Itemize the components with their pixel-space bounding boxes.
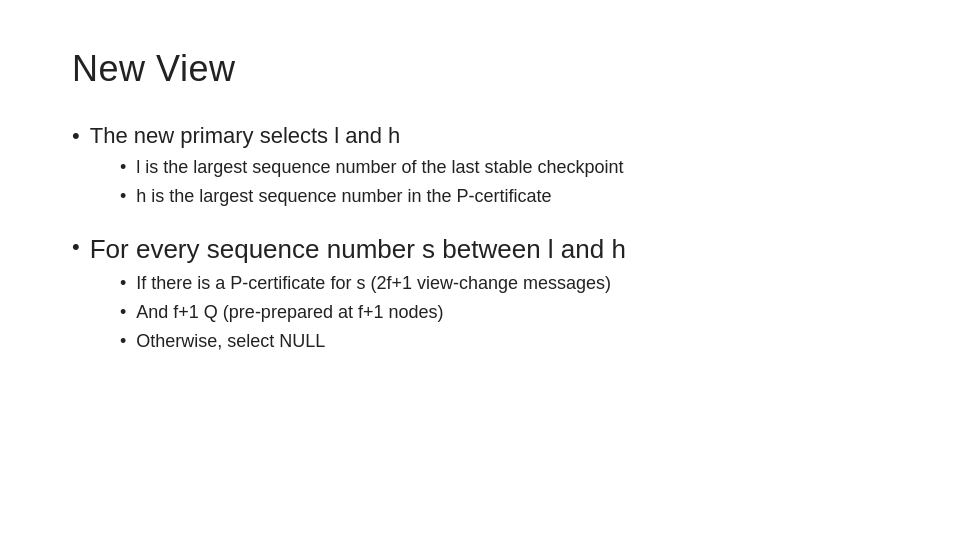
slide-title: New View bbox=[72, 48, 888, 90]
sub-bullet-1-1: • l is the largest sequence number of th… bbox=[120, 155, 888, 180]
sub-bullet-1-2: • h is the largest sequence number in th… bbox=[120, 184, 888, 209]
section-2: • For every sequence number s between l … bbox=[72, 233, 888, 360]
bullet-dot-1: • bbox=[72, 122, 80, 151]
slide-content: • The new primary selects l and h • l is… bbox=[72, 122, 888, 360]
section-1: • The new primary selects l and h • l is… bbox=[72, 122, 888, 215]
primary-bullet-2: • For every sequence number s between l … bbox=[72, 233, 888, 267]
sub-bullet-1-2-text: h is the largest sequence number in the … bbox=[136, 184, 551, 209]
sub-bullets-2: • If there is a P-certificate for s (2f+… bbox=[120, 271, 888, 355]
sub-bullet-2-1: • If there is a P-certificate for s (2f+… bbox=[120, 271, 888, 296]
sub-bullet-2-3-text: Otherwise, select NULL bbox=[136, 329, 325, 354]
bullet-dot-2: • bbox=[72, 233, 80, 262]
sub-bullet-dot-2-2: • bbox=[120, 300, 126, 325]
primary-bullet-2-text: For every sequence number s between l an… bbox=[90, 233, 626, 267]
sub-bullet-2-1-text: If there is a P-certificate for s (2f+1 … bbox=[136, 271, 611, 296]
primary-bullet-1-text: The new primary selects l and h bbox=[90, 122, 401, 151]
slide: New View • The new primary selects l and… bbox=[0, 0, 960, 540]
sub-bullet-2-2-text: And f+1 Q (pre-prepared at f+1 nodes) bbox=[136, 300, 443, 325]
sub-bullet-2-2: • And f+1 Q (pre-prepared at f+1 nodes) bbox=[120, 300, 888, 325]
sub-bullet-dot-1-1: • bbox=[120, 155, 126, 180]
sub-bullet-dot-1-2: • bbox=[120, 184, 126, 209]
sub-bullet-dot-2-3: • bbox=[120, 329, 126, 354]
sub-bullet-2-3: • Otherwise, select NULL bbox=[120, 329, 888, 354]
primary-bullet-1: • The new primary selects l and h bbox=[72, 122, 888, 151]
sub-bullets-1: • l is the largest sequence number of th… bbox=[120, 155, 888, 209]
sub-bullet-dot-2-1: • bbox=[120, 271, 126, 296]
sub-bullet-1-1-text: l is the largest sequence number of the … bbox=[136, 155, 623, 180]
